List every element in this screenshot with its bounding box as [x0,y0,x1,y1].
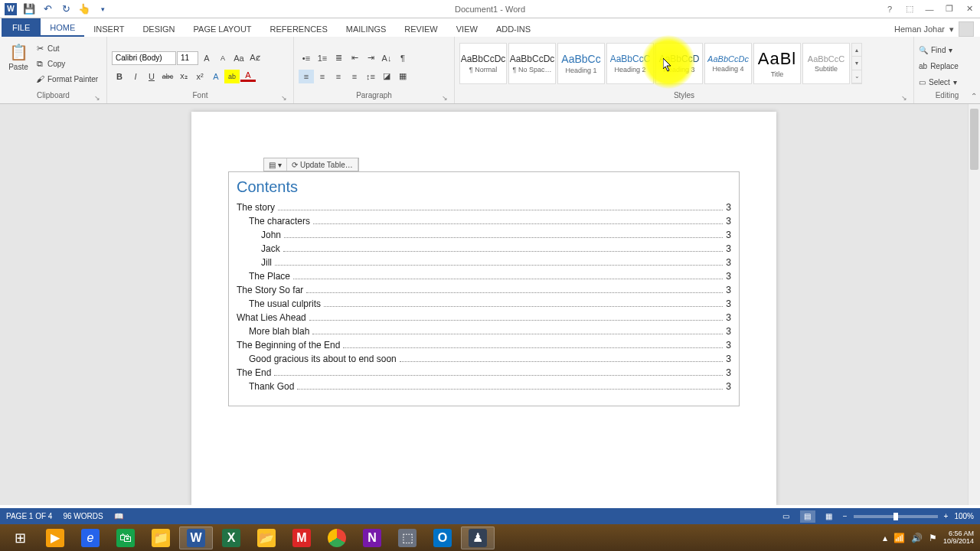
borders-button[interactable]: ▦ [395,70,410,83]
sort-button[interactable]: A↓ [379,51,394,65]
minimize-button[interactable]: — [923,3,936,15]
toc-frame[interactable]: Contents The story3The characters3John3J… [228,171,740,406]
increase-indent-button[interactable]: ⇥ [363,51,378,65]
shading-button[interactable]: ◪ [379,70,394,83]
avatar[interactable] [959,21,974,37]
document-area[interactable]: ▤▾ ⟳Update Table… Contents The story3The… [0,104,968,505]
toc-entry[interactable]: Jill3 [237,257,731,268]
qat-more-icon[interactable]: ▾ [96,3,109,15]
style-heading4[interactable]: AaBbCcDcHeading 4 [704,43,752,84]
restore-button[interactable]: ❐ [943,3,956,15]
style-no-spacing[interactable]: AaBbCcDc¶ No Spac… [508,43,556,84]
toc-entry[interactable]: The story3 [237,202,731,213]
format-painter-button[interactable]: 🖌Format Painter [35,72,98,86]
toc-entry[interactable]: Good gracious its about to end soon3 [237,354,731,364]
toc-entry[interactable]: The Place3 [237,271,731,282]
toc-entry[interactable]: The Story So far3 [237,285,731,295]
styles-gallery-scroll[interactable]: ▴▾⌄ [851,43,862,84]
toc-entry[interactable]: Thank God3 [237,381,731,392]
justify-button[interactable]: ≡ [347,70,362,83]
user-dropdown-icon[interactable]: ▾ [949,24,954,34]
subscript-button[interactable]: x₂ [176,70,191,83]
toc-update-button[interactable]: ⟳Update Table… [287,158,358,171]
paste-button[interactable]: 📋 Paste [5,40,32,73]
replace-button[interactable]: abReplace [919,59,959,73]
toc-entry[interactable]: Jack3 [237,243,731,254]
superscript-button[interactable]: x² [192,70,207,83]
multilevel-button[interactable]: ≣ [331,51,346,65]
bullets-button[interactable]: •≡ [299,51,314,65]
toc-entry[interactable]: The End3 [237,367,731,378]
clock[interactable]: 6:56 AM 10/9/2014 [943,530,974,546]
taskbar-word[interactable]: W [179,527,213,549]
highlight-button[interactable]: ab [224,70,240,83]
toc-entry[interactable]: The usual culprits3 [237,298,731,309]
find-button[interactable]: 🔍Find▾ [919,43,952,57]
numbering-button[interactable]: 1≡ [315,51,330,65]
tab-mailings[interactable]: MAILINGS [337,21,396,37]
tab-insert[interactable]: INSERT [84,21,133,37]
taskbar-chrome[interactable] [320,527,354,549]
toc-entry[interactable]: The characters3 [237,216,731,227]
paragraph-launcher-icon[interactable]: ↘ [442,94,448,102]
taskbar-app1[interactable]: M [285,527,318,549]
tab-view[interactable]: VIEW [447,21,487,37]
touch-mode-icon[interactable]: 👆 [78,3,90,15]
grow-font-button[interactable]: A [199,51,214,65]
help-icon[interactable]: ? [884,3,896,15]
tab-review[interactable]: REVIEW [395,21,446,37]
page[interactable]: ▤▾ ⟳Update Table… Contents The story3The… [191,112,776,505]
align-right-button[interactable]: ≡ [331,70,346,83]
vertical-scrollbar[interactable] [968,104,980,505]
tab-design[interactable]: DESIGN [133,21,184,37]
zoom-slider[interactable] [854,515,938,518]
toc-entry[interactable]: What Lies Ahead3 [237,312,731,323]
tab-file[interactable]: FILE [2,18,41,37]
taskbar-excel[interactable]: X [214,527,248,549]
style-subtitle[interactable]: AaBbCcCSubtitle [802,43,850,84]
style-heading1[interactable]: AaBbCcHeading 1 [557,43,605,84]
tray-volume-icon[interactable]: 🔊 [911,533,923,543]
close-button[interactable]: ✕ [963,3,975,15]
shrink-font-button[interactable]: A [215,51,230,65]
text-effects-button[interactable]: A [208,70,224,83]
style-heading3[interactable]: AaBbCcDHeading 3 [655,43,703,84]
zoom-out-button[interactable]: − [843,512,848,520]
style-heading2[interactable]: AaBbCcCHeading 2 [606,43,654,84]
view-print-button[interactable]: ▤ [800,510,815,523]
decrease-indent-button[interactable]: ⇤ [347,51,362,65]
taskbar-onenote[interactable]: N [355,527,389,549]
italic-button[interactable]: I [128,70,143,83]
tab-references[interactable]: REFERENCES [261,21,337,37]
tab-home[interactable]: HOME [41,20,84,37]
select-button[interactable]: ▭Select▾ [919,75,957,90]
align-center-button[interactable]: ≡ [315,70,330,83]
show-marks-button[interactable]: ¶ [395,51,410,65]
taskbar-store[interactable]: 🛍 [109,527,142,549]
undo-icon[interactable]: ↶ [41,3,54,15]
taskbar-outlook[interactable]: O [426,527,459,549]
copy-button[interactable]: ⧉Copy [35,57,98,70]
taskbar-explorer[interactable]: 📁 [144,527,178,549]
zoom-level[interactable]: 100% [954,512,974,520]
taskbar-app2[interactable]: ⬚ [390,527,424,549]
tab-addins[interactable]: ADD-INS [487,21,540,37]
status-words[interactable]: 96 WORDS [63,512,103,520]
taskbar-folder[interactable]: 📂 [250,527,283,549]
tray-network-icon[interactable]: 📶 [893,533,905,543]
ribbon-options-icon[interactable]: ⬚ [903,3,916,15]
font-color-button[interactable]: A [240,70,256,82]
taskbar-app3[interactable]: ♟ [461,527,495,549]
view-web-button[interactable]: ▦ [822,510,837,523]
tray-show-hidden-icon[interactable]: ▴ [883,533,887,543]
view-read-button[interactable]: ▭ [779,510,794,523]
save-icon[interactable]: 💾 [23,3,35,15]
bold-button[interactable]: B [112,70,127,83]
taskbar-ie[interactable]: e [74,527,107,549]
font-name-combo[interactable]: Calibri (Body) [112,51,176,65]
toc-entry[interactable]: More blah blah3 [237,326,731,337]
tray-action-icon[interactable]: ⚑ [929,533,937,543]
toc-options-button[interactable]: ▤▾ [264,158,287,171]
status-proof-icon[interactable]: 📖 [114,512,123,520]
toc-entry[interactable]: The Beginning of the End3 [237,340,731,350]
